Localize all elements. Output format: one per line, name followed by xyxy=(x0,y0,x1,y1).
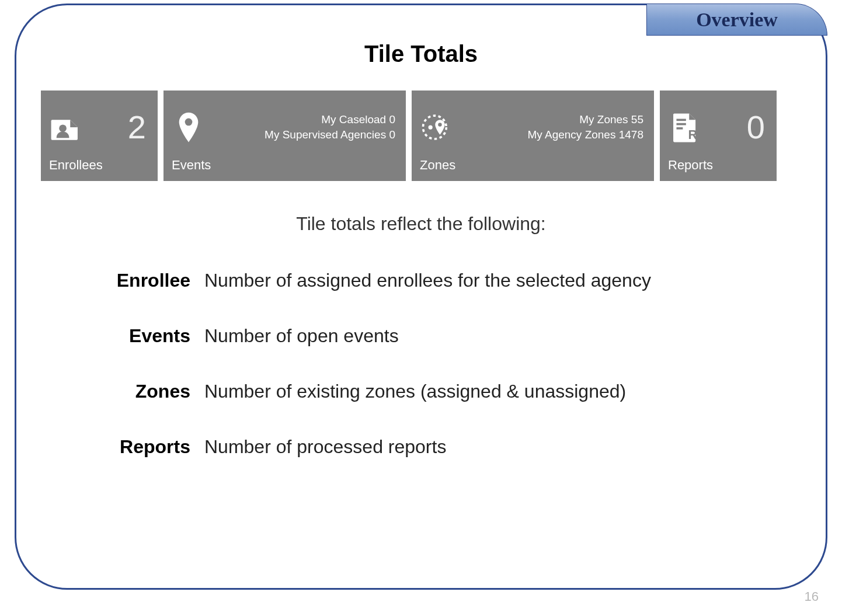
svg-rect-6 xyxy=(677,123,686,125)
events-lines: My Caseload 0 My Supervised Agencies 0 xyxy=(265,112,398,142)
tile-events[interactable]: My Caseload 0 My Supervised Agencies 0 E… xyxy=(163,91,406,181)
zones-line-2: My Agency Zones 1478 xyxy=(527,127,643,142)
svg-rect-5 xyxy=(677,119,686,121)
def-row-enrollee: Enrollee Number of assigned enrollees fo… xyxy=(99,270,766,291)
svg-point-4 xyxy=(438,123,441,126)
events-label: Events xyxy=(163,158,406,181)
events-line-1: My Caseload 0 xyxy=(265,112,395,127)
svg-point-3 xyxy=(429,125,433,129)
def-desc: Number of open events xyxy=(204,325,399,347)
def-term: Enrollee xyxy=(99,270,204,291)
svg-text:R: R xyxy=(688,127,697,141)
definitions: Enrollee Number of assigned enrollees fo… xyxy=(99,270,766,458)
def-term: Reports xyxy=(99,436,204,458)
page-title: Tile Totals xyxy=(41,41,801,67)
events-pin-icon xyxy=(172,110,206,144)
zones-line-1: My Zones 55 xyxy=(527,112,643,127)
enrollees-icon xyxy=(49,110,83,144)
slide-content: Tile Totals 2 Enrollees xyxy=(41,41,801,575)
svg-rect-7 xyxy=(677,127,683,130)
tile-events-top: My Caseload 0 My Supervised Agencies 0 xyxy=(163,91,406,158)
page-number: 16 xyxy=(805,589,819,604)
svg-point-0 xyxy=(59,124,67,132)
reports-icon: R xyxy=(668,110,702,144)
enrollees-label: Enrollees xyxy=(41,158,158,181)
reports-count: 0 xyxy=(747,108,768,146)
tile-enrollees[interactable]: 2 Enrollees xyxy=(41,91,158,181)
reports-label: Reports xyxy=(660,158,777,181)
def-desc: Number of assigned enrollees for the sel… xyxy=(204,270,651,291)
def-desc: Number of existing zones (assigned & una… xyxy=(204,381,626,402)
tile-zones[interactable]: My Zones 55 My Agency Zones 1478 Zones xyxy=(412,91,654,181)
zones-label: Zones xyxy=(412,158,654,181)
enrollees-count: 2 xyxy=(128,108,149,146)
def-desc: Number of processed reports xyxy=(204,436,446,458)
def-row-events: Events Number of open events xyxy=(99,325,766,347)
tile-reports-top: R 0 xyxy=(660,91,777,158)
def-row-zones: Zones Number of existing zones (assigned… xyxy=(99,381,766,402)
tile-zones-top: My Zones 55 My Agency Zones 1478 xyxy=(412,91,654,158)
def-row-reports: Reports Number of processed reports xyxy=(99,436,766,458)
overview-tab-label: Overview xyxy=(696,9,778,31)
svg-point-1 xyxy=(185,118,193,126)
tile-reports[interactable]: R 0 Reports xyxy=(660,91,777,181)
zones-lines: My Zones 55 My Agency Zones 1478 xyxy=(527,112,646,142)
tile-enrollees-top: 2 xyxy=(41,91,158,158)
def-term: Zones xyxy=(99,381,204,402)
def-term: Events xyxy=(99,325,204,347)
explain-intro: Tile totals reflect the following: xyxy=(41,213,801,235)
events-line-2: My Supervised Agencies 0 xyxy=(265,127,395,142)
tiles-row: 2 Enrollees My Caseload 0 My Supervised … xyxy=(41,91,801,181)
zones-icon xyxy=(420,110,454,144)
overview-tab: Overview xyxy=(646,4,827,36)
